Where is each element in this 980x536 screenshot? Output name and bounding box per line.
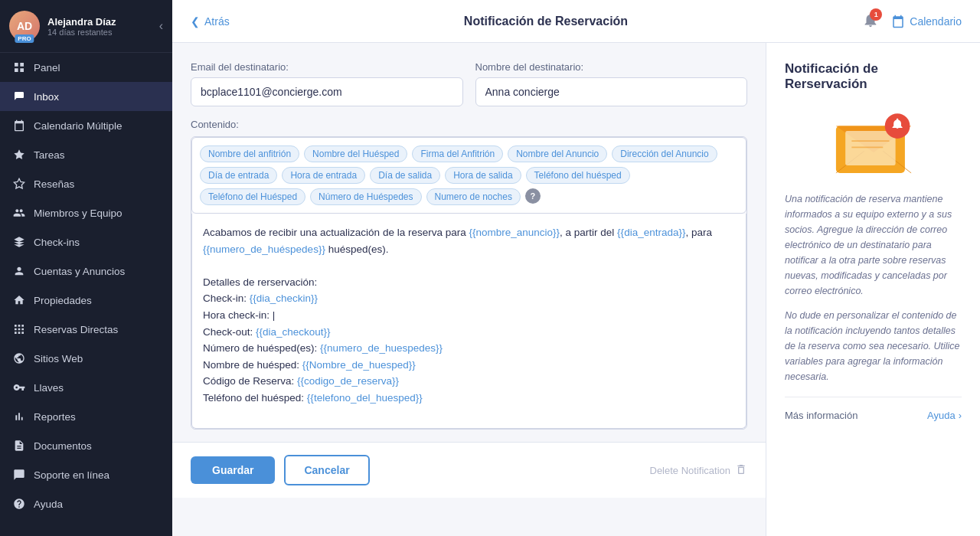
chevron-right-icon: › xyxy=(959,410,962,421)
document-icon xyxy=(12,439,26,453)
sidebar-item-documentos[interactable]: Documentos xyxy=(0,431,172,460)
globe-icon xyxy=(12,351,26,365)
cancel-button[interactable]: Cancelar xyxy=(284,455,369,485)
tag-telefono-huesped-1[interactable]: Teléfono del huésped xyxy=(526,167,630,184)
tag-nombre-anuncio[interactable]: Nombre del Anuncio xyxy=(508,145,607,162)
topbar: ❮ Atrás Notificación de Reservación 1 Ca… xyxy=(172,0,980,43)
content-area: Email del destinatario: Nombre del desti… xyxy=(172,43,980,536)
grid-icon xyxy=(12,60,26,74)
sidebar-item-miembros[interactable]: Miembros y Equipo xyxy=(0,198,172,227)
sidebar-label: Propiedades xyxy=(34,295,92,306)
person-icon xyxy=(12,264,26,278)
sidebar-item-sitios[interactable]: Sitios Web xyxy=(0,344,172,373)
sidebar-label: Panel xyxy=(34,62,60,74)
chevron-left-icon: ❮ xyxy=(191,15,200,28)
tag-hora-entrada[interactable]: Hora de entrada xyxy=(282,167,365,184)
sidebar-item-calendario[interactable]: Calendario Múltiple xyxy=(0,111,172,140)
topbar-actions: 1 Calendario xyxy=(862,11,962,31)
envelope-illustration xyxy=(785,107,962,176)
sidebar-label: Sitios Web xyxy=(34,353,83,364)
envelope-svg xyxy=(828,107,920,176)
tag-hora-salida[interactable]: Hora de salida xyxy=(445,167,521,184)
sidebar-item-reportes[interactable]: Reportes xyxy=(0,402,172,431)
tag-numero-noches[interactable]: Numero de noches xyxy=(426,188,521,205)
sidebar-item-ayuda[interactable]: Ayuda xyxy=(0,489,172,518)
key-icon xyxy=(12,381,26,394)
sidebar-item-propiedades[interactable]: Propiedades xyxy=(0,286,172,315)
sidebar-label: Miembros y Equipo xyxy=(34,208,122,219)
email-body-textarea[interactable]: Acabamos de recibir una actualización de… xyxy=(192,214,746,428)
more-info-label: Más información xyxy=(785,410,858,421)
sidebar-item-checkins[interactable]: Check-ins xyxy=(0,227,172,257)
collapse-button[interactable]: ‹ xyxy=(159,19,163,33)
save-button[interactable]: Guardar xyxy=(191,456,275,484)
user-info: Alejandra Díaz 14 días restantes xyxy=(47,16,152,37)
name-group: Nombre del destinatario: xyxy=(475,61,748,106)
sidebar-label: Reseñas xyxy=(34,178,74,190)
content-block: Nombre del anfitrión Nombre del Huésped … xyxy=(191,136,747,430)
sidebar-item-reservas[interactable]: Reservas Directas xyxy=(0,315,172,344)
sidebar-item-soporte[interactable]: Soporte en línea xyxy=(0,460,172,489)
sidebar-item-tareas[interactable]: Tareas xyxy=(0,140,172,169)
tag-numero-huespedes[interactable]: Número de Huéspedes xyxy=(310,188,421,205)
info-description-2: No dude en personalizar el contenido de … xyxy=(785,308,962,384)
form-section: Email del destinatario: Nombre del desti… xyxy=(172,43,766,536)
sidebar-nav: Panel Inbox Calendario Múltiple Tareas xyxy=(0,53,172,518)
tag-dia-salida[interactable]: Día de salida xyxy=(370,167,440,184)
people-icon xyxy=(12,206,26,220)
info-title: Notificación de Rerservación xyxy=(785,61,962,92)
sidebar-label: Soporte en línea xyxy=(34,469,109,481)
avatar: AD PRO xyxy=(9,11,40,41)
sidebar-label: Llaves xyxy=(34,382,64,394)
trash-icon xyxy=(735,463,747,478)
info-link-row: Más información Ayuda › xyxy=(785,397,962,421)
email-input[interactable] xyxy=(191,77,463,106)
tag-direccion-anuncio[interactable]: Dirección del Anuncio xyxy=(612,145,717,162)
sidebar-label: Documentos xyxy=(34,440,92,452)
notification-button[interactable]: 1 xyxy=(862,11,879,31)
svg-rect-1 xyxy=(845,131,895,165)
sidebar: AD PRO Alejandra Díaz 14 días restantes … xyxy=(0,0,172,536)
sidebar-label: Check-ins xyxy=(34,237,80,248)
name-label: Nombre del destinatario: xyxy=(475,61,748,73)
user-name: Alejandra Díaz xyxy=(47,16,152,28)
email-label: Email del destinatario: xyxy=(191,61,463,73)
tag-firma-anfitrion[interactable]: Firma del Anfitrión xyxy=(412,145,503,162)
tag-telefono-huesped-2[interactable]: Teléfono del Huésped xyxy=(200,188,305,205)
sidebar-item-inbox[interactable]: Inbox xyxy=(0,82,172,111)
back-button[interactable]: ❮ Atrás xyxy=(191,15,230,28)
sidebar-header: AD PRO Alejandra Díaz 14 días restantes … xyxy=(0,0,172,53)
grid-small-icon xyxy=(12,322,26,336)
help-icon xyxy=(12,497,26,511)
main-area: ❮ Atrás Notificación de Reservación 1 Ca… xyxy=(172,0,980,536)
notification-count: 1 xyxy=(870,8,882,21)
info-description-1: Una notificación de reserva mantiene inf… xyxy=(785,191,962,299)
home-icon xyxy=(12,293,26,307)
star-icon xyxy=(12,148,26,162)
inbox-icon xyxy=(12,90,26,103)
sidebar-label: Inbox xyxy=(34,91,59,103)
calendar-button[interactable]: Calendario xyxy=(891,15,962,28)
sidebar-item-panel[interactable]: Panel xyxy=(0,53,172,82)
tags-area: Nombre del anfitrión Nombre del Huésped … xyxy=(191,137,746,214)
form-row-email-name: Email del destinatario: Nombre del desti… xyxy=(191,61,747,106)
sidebar-label: Reportes xyxy=(34,411,76,423)
email-group: Email del destinatario: xyxy=(191,61,463,106)
textarea-wrapper: Acabamos de recibir una actualización de… xyxy=(191,214,746,429)
help-tag-button[interactable]: ? xyxy=(525,188,541,204)
pro-badge: PRO xyxy=(15,34,34,43)
sidebar-label: Ayuda xyxy=(34,498,63,510)
sidebar-label: Calendario Múltiple xyxy=(34,120,122,132)
tag-nombre-huesped[interactable]: Nombre del Huésped xyxy=(304,145,407,162)
sidebar-label: Cuentas y Anuncios xyxy=(34,266,125,277)
info-panel: Notificación de Rerservación xyxy=(766,43,980,536)
sidebar-item-llaves[interactable]: Llaves xyxy=(0,373,172,402)
tag-nombre-anfitrion[interactable]: Nombre del anfitrión xyxy=(200,145,299,162)
delete-notification-button[interactable]: Delete Notification xyxy=(650,463,748,478)
form-footer: Guardar Cancelar Delete Notification xyxy=(172,442,766,498)
help-link[interactable]: Ayuda › xyxy=(927,410,962,421)
recipient-name-input[interactable] xyxy=(475,77,748,106)
sidebar-item-cuentas[interactable]: Cuentas y Anuncios xyxy=(0,257,172,286)
sidebar-item-resenas[interactable]: Reseñas xyxy=(0,169,172,198)
tag-dia-entrada[interactable]: Día de entrada xyxy=(200,167,277,184)
